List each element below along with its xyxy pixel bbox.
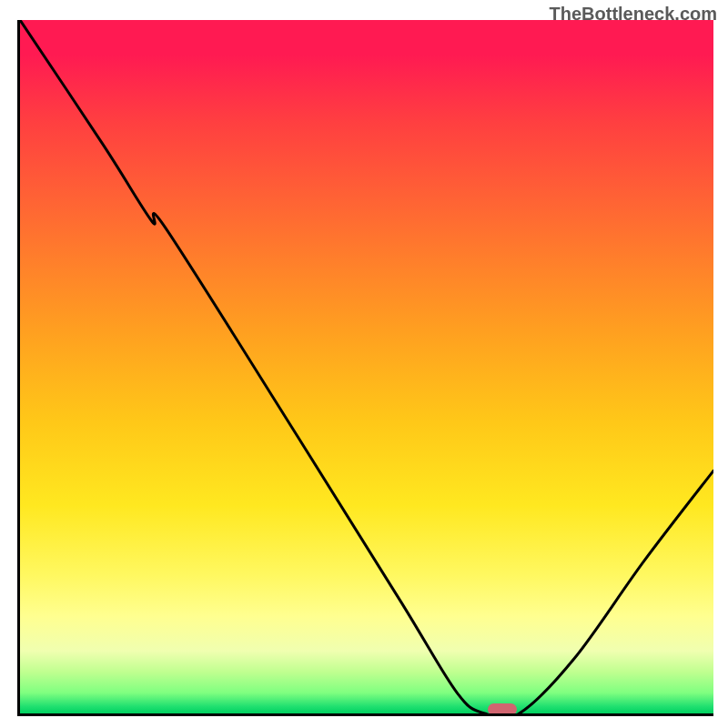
chart-plot-area [17, 20, 713, 716]
optimal-point-marker [488, 703, 517, 715]
watermark-text: TheBottleneck.com [550, 4, 717, 25]
bottleneck-curve-line [20, 20, 713, 713]
curve-svg [20, 20, 713, 713]
